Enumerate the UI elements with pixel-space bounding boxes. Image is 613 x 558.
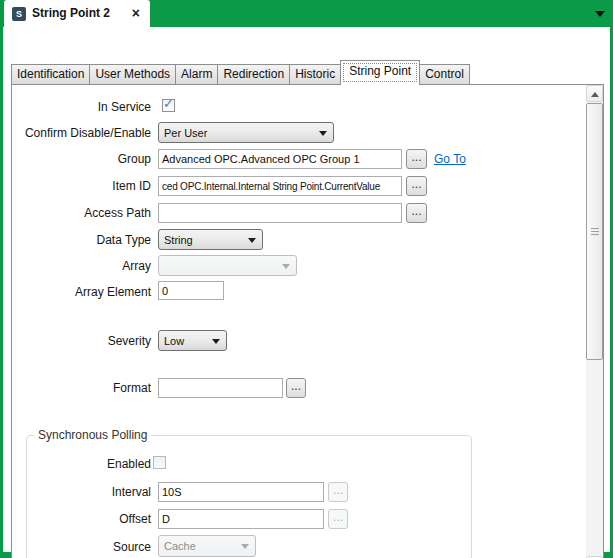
in-service-label: In Service bbox=[12, 100, 151, 114]
enabled-label: Enabled bbox=[12, 457, 151, 471]
scroll-up-icon bbox=[591, 92, 599, 97]
dropdown-arrow-icon bbox=[319, 131, 327, 136]
data-type-label: Data Type bbox=[12, 233, 151, 247]
tab-list-dropdown-icon[interactable] bbox=[595, 11, 605, 17]
interval-label: Interval bbox=[12, 485, 151, 499]
group-go-to-link[interactable]: Go To bbox=[434, 152, 466, 166]
tab-alarm[interactable]: Alarm bbox=[175, 64, 218, 84]
close-icon[interactable]: × bbox=[132, 6, 140, 21]
vertical-scrollbar[interactable] bbox=[586, 85, 603, 558]
array-element-input[interactable] bbox=[158, 281, 224, 300]
document-area: Identification User Methods Alarm Redire… bbox=[3, 27, 610, 552]
group-browse-button[interactable]: ... bbox=[406, 149, 427, 169]
format-browse-button[interactable]: ... bbox=[286, 378, 306, 398]
tab-control[interactable]: Control bbox=[419, 64, 470, 84]
source-select: Cache bbox=[158, 535, 256, 557]
source-value: Cache bbox=[164, 540, 196, 552]
offset-label: Offset bbox=[12, 512, 151, 526]
confirm-disable-enable-select[interactable]: Per User bbox=[158, 122, 334, 143]
enabled-checkbox[interactable] bbox=[153, 456, 166, 469]
severity-label: Severity bbox=[12, 334, 151, 348]
format-input[interactable] bbox=[158, 378, 283, 398]
interval-browse-button: ... bbox=[328, 482, 348, 502]
offset-browse-button: ... bbox=[328, 509, 348, 529]
format-label: Format bbox=[12, 381, 151, 395]
tab-user-methods[interactable]: User Methods bbox=[89, 64, 176, 84]
access-path-input[interactable] bbox=[158, 203, 402, 223]
dropdown-arrow-icon bbox=[212, 339, 220, 344]
access-path-label: Access Path bbox=[12, 206, 151, 220]
confirm-disable-enable-label: Confirm Disable/Enable bbox=[12, 126, 151, 140]
dropdown-arrow-icon bbox=[241, 544, 249, 549]
scrollbar-grip-icon bbox=[591, 228, 599, 236]
data-type-select[interactable]: String bbox=[158, 229, 263, 250]
severity-select[interactable]: Low bbox=[158, 330, 227, 351]
dropdown-arrow-icon bbox=[248, 238, 256, 243]
array-label: Array bbox=[12, 259, 151, 273]
synchronous-polling-title: Synchronous Polling bbox=[34, 428, 151, 442]
scrollbar-thumb[interactable] bbox=[586, 103, 603, 360]
item-id-input[interactable] bbox=[158, 176, 402, 196]
in-service-checkbox[interactable]: ✓ bbox=[162, 99, 175, 112]
check-icon: ✓ bbox=[163, 96, 174, 111]
item-id-label: Item ID bbox=[12, 179, 151, 193]
group-label: Group bbox=[12, 152, 151, 166]
array-select bbox=[158, 255, 297, 276]
data-type-value: String bbox=[164, 234, 193, 246]
tab-focus-rect bbox=[343, 63, 417, 82]
property-tab-strip: Identification User Methods Alarm Redire… bbox=[11, 60, 470, 85]
string-point-editor-window: S String Point 2 × Identification User M… bbox=[0, 0, 613, 558]
group-input[interactable] bbox=[158, 149, 402, 169]
confirm-disable-enable-value: Per User bbox=[164, 127, 207, 139]
tab-string-point[interactable]: String Point bbox=[340, 60, 420, 85]
offset-input[interactable] bbox=[158, 509, 324, 529]
document-tab-string-point-2[interactable]: S String Point 2 × bbox=[4, 0, 150, 27]
tab-identification[interactable]: Identification bbox=[11, 64, 90, 84]
scroll-up-button[interactable] bbox=[586, 85, 603, 102]
item-id-browse-button[interactable]: ... bbox=[406, 176, 427, 196]
access-path-browse-button[interactable]: ... bbox=[406, 203, 427, 223]
tab-redirection[interactable]: Redirection bbox=[217, 64, 290, 84]
source-label: Source bbox=[12, 540, 151, 554]
array-element-label: Array Element bbox=[12, 285, 151, 299]
dropdown-arrow-icon bbox=[282, 264, 290, 269]
severity-value: Low bbox=[164, 335, 184, 347]
tab-historic[interactable]: Historic bbox=[289, 64, 341, 84]
string-point-item-icon: S bbox=[12, 7, 26, 21]
string-point-tab-page: In Service ✓ Confirm Disable/Enable Per … bbox=[11, 84, 604, 558]
interval-input[interactable] bbox=[158, 482, 324, 502]
document-tab-title: String Point 2 bbox=[32, 6, 110, 20]
